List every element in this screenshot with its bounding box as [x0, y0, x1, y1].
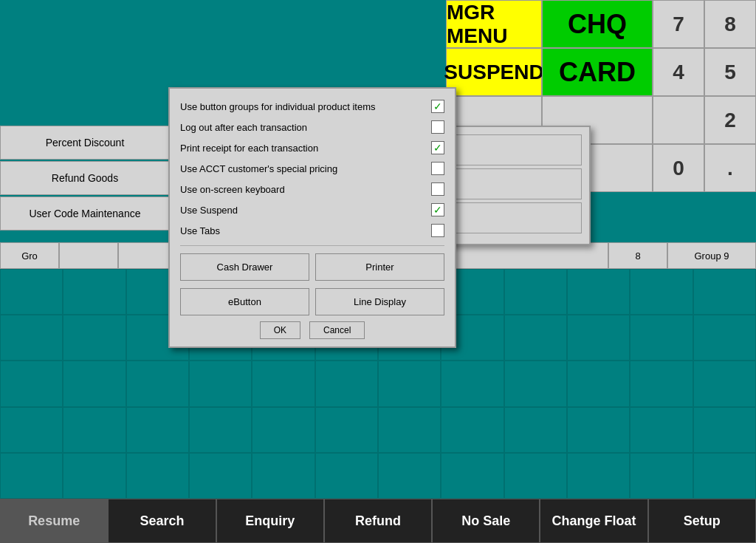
ok-button[interactable]: OK	[260, 321, 300, 339]
checkbox-row-3: Use ACCT customer's special pricing	[180, 158, 444, 179]
teal-cell[interactable]	[441, 453, 504, 499]
enquiry-button[interactable]: Enquiry	[216, 499, 324, 543]
line-display-button[interactable]: Line Display	[315, 288, 444, 315]
bottom-toolbar: Resume Search Enquiry Refund No Sale Cha…	[0, 499, 756, 543]
group-cell-8[interactable]: 8	[608, 242, 667, 269]
suspend-button[interactable]: SUSPEND	[446, 48, 542, 96]
teal-cell[interactable]	[567, 269, 630, 315]
cash-drawer-button[interactable]: Cash Drawer	[180, 253, 309, 281]
num-7-button[interactable]: 7	[653, 0, 704, 48]
chq-button[interactable]: CHQ	[542, 0, 653, 48]
teal-cell[interactable]	[693, 407, 756, 453]
settings-main-dialog: Use button groups for individual product…	[168, 87, 456, 348]
teal-cell[interactable]	[189, 453, 252, 499]
teal-cell[interactable]	[693, 269, 756, 315]
teal-cell[interactable]	[0, 315, 63, 361]
checkbox-0[interactable]: ✓	[431, 100, 444, 113]
teal-cell[interactable]	[504, 315, 567, 361]
teal-cell[interactable]	[378, 361, 441, 406]
teal-cell[interactable]	[504, 407, 567, 453]
checkbox-5[interactable]: ✓	[431, 203, 444, 216]
teal-cell[interactable]	[630, 315, 693, 361]
checkbox-6[interactable]	[431, 224, 444, 237]
teal-cell[interactable]	[315, 361, 378, 406]
teal-cell[interactable]	[252, 407, 315, 453]
num-0-button[interactable]: 0	[653, 144, 704, 192]
teal-cell[interactable]	[378, 453, 441, 499]
num-5-button[interactable]: 5	[704, 48, 756, 96]
percent-discount-button[interactable]: Percent Discount	[0, 126, 170, 160]
teal-cell[interactable]	[441, 407, 504, 453]
teal-cell[interactable]	[504, 453, 567, 499]
teal-cell[interactable]	[630, 269, 693, 315]
checkbox-label-4: Use on-screen keyboard	[180, 184, 425, 195]
search-button[interactable]: Search	[108, 499, 216, 543]
teal-cell[interactable]	[693, 453, 756, 499]
teal-cell[interactable]	[504, 361, 567, 406]
checkbox-row-5: Use Suspend ✓	[180, 199, 444, 220]
teal-cell[interactable]	[693, 361, 756, 406]
teal-cell[interactable]	[126, 453, 189, 499]
group-cell-2[interactable]	[59, 242, 118, 269]
teal-cell[interactable]	[315, 407, 378, 453]
teal-cell[interactable]	[567, 407, 630, 453]
refund-button[interactable]: Refund	[324, 499, 432, 543]
teal-cell[interactable]	[189, 361, 252, 406]
numpad-row-2: SUSPEND CARD 4 5	[446, 48, 756, 96]
teal-cell[interactable]	[441, 361, 504, 406]
teal-cell[interactable]	[126, 361, 189, 406]
num-dot-button[interactable]: .	[704, 144, 756, 192]
teal-cell[interactable]	[63, 269, 126, 315]
teal-cell[interactable]	[315, 453, 378, 499]
checkbox-row-1: Log out after each transaction	[180, 117, 444, 137]
num-2-button[interactable]: 2	[704, 96, 756, 144]
ebutton-button[interactable]: eButton	[180, 288, 309, 315]
user-code-maintenance-button[interactable]: User Code Maintenance	[0, 197, 170, 230]
teal-cell[interactable]	[567, 453, 630, 499]
num-blank-3-button[interactable]	[653, 96, 704, 144]
group-cell-9[interactable]: Group 9	[667, 242, 756, 269]
teal-cell[interactable]	[0, 453, 63, 499]
teal-cell[interactable]	[252, 361, 315, 406]
checkbox-row-0: Use button groups for individual product…	[180, 96, 444, 117]
cancel-button[interactable]: Cancel	[309, 321, 365, 339]
teal-cell[interactable]	[567, 315, 630, 361]
num-4-button[interactable]: 4	[653, 48, 704, 96]
teal-cell[interactable]	[63, 407, 126, 453]
teal-cell[interactable]	[63, 361, 126, 406]
teal-cell[interactable]	[504, 269, 567, 315]
teal-cell[interactable]	[630, 453, 693, 499]
group-cell-1[interactable]: Gro	[0, 242, 59, 269]
teal-cell[interactable]	[0, 361, 63, 406]
checkbox-2[interactable]: ✓	[431, 141, 444, 154]
card-button[interactable]: CARD	[542, 48, 653, 96]
resume-button[interactable]: Resume	[0, 499, 108, 543]
teal-cell[interactable]	[63, 453, 126, 499]
printer-button[interactable]: Printer	[315, 253, 444, 281]
setup-button[interactable]: Setup	[648, 499, 756, 543]
checkbox-3[interactable]	[431, 162, 444, 175]
teal-cell[interactable]	[630, 361, 693, 406]
teal-cell[interactable]	[0, 269, 63, 315]
refund-goods-button[interactable]: Refund Goods	[0, 161, 170, 195]
mgr-menu-button[interactable]: MGR MENU	[446, 0, 542, 48]
teal-cell[interactable]	[189, 407, 252, 453]
checkbox-label-2: Print receipt for each transaction	[180, 143, 425, 154]
change-float-button[interactable]: Change Float	[540, 499, 647, 543]
num-8-button[interactable]: 8	[704, 0, 756, 48]
teal-cell[interactable]	[126, 407, 189, 453]
checkbox-1[interactable]	[431, 120, 444, 134]
teal-cell[interactable]	[0, 407, 63, 453]
teal-cell[interactable]	[378, 407, 441, 453]
checkbox-label-3: Use ACCT customer's special pricing	[180, 163, 425, 174]
teal-cell[interactable]	[252, 453, 315, 499]
no-sale-button[interactable]: No Sale	[432, 499, 540, 543]
checkbox-4[interactable]	[431, 182, 444, 196]
checkbox-label-5: Use Suspend	[180, 205, 425, 216]
teal-cell[interactable]	[63, 315, 126, 361]
checkbox-label-6: Use Tabs	[180, 225, 425, 236]
divider	[180, 245, 444, 246]
teal-cell[interactable]	[567, 361, 630, 406]
teal-cell[interactable]	[630, 407, 693, 453]
teal-cell[interactable]	[693, 315, 756, 361]
